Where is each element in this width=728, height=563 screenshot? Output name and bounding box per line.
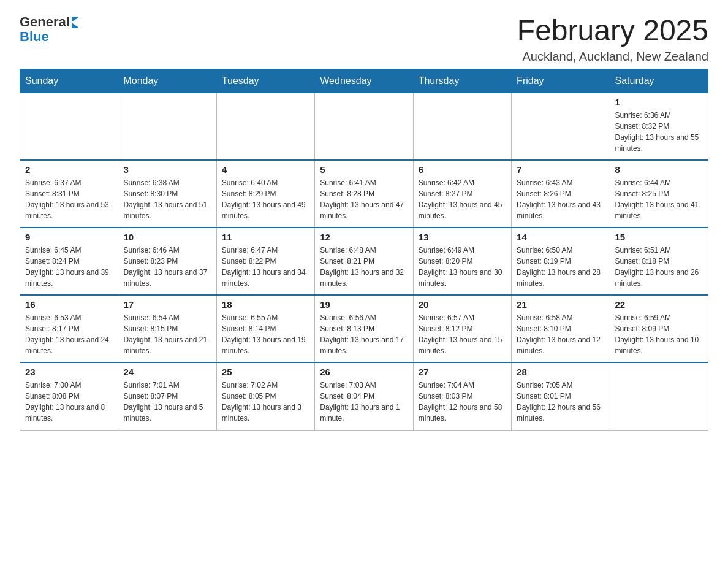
day-number: 12 bbox=[320, 232, 408, 242]
table-row: 4Sunrise: 6:40 AM Sunset: 8:29 PM Daylig… bbox=[216, 160, 314, 228]
table-row: 21Sunrise: 6:58 AM Sunset: 8:10 PM Dayli… bbox=[512, 295, 610, 362]
table-row: 11Sunrise: 6:47 AM Sunset: 8:22 PM Dayli… bbox=[216, 228, 314, 295]
calendar-header-row: Sunday Monday Tuesday Wednesday Thursday… bbox=[20, 69, 708, 93]
table-row: 28Sunrise: 7:05 AM Sunset: 8:01 PM Dayli… bbox=[512, 362, 610, 430]
day-info: Sunrise: 6:36 AM Sunset: 8:32 PM Dayligh… bbox=[615, 110, 703, 154]
day-info: Sunrise: 6:42 AM Sunset: 8:27 PM Dayligh… bbox=[419, 177, 506, 221]
table-row: 9Sunrise: 6:45 AM Sunset: 8:24 PM Daylig… bbox=[20, 228, 118, 295]
calendar-week-4: 16Sunrise: 6:53 AM Sunset: 8:17 PM Dayli… bbox=[20, 295, 708, 362]
calendar-week-2: 2Sunrise: 6:37 AM Sunset: 8:31 PM Daylig… bbox=[20, 160, 708, 228]
day-number: 28 bbox=[517, 367, 604, 377]
col-sunday: Sunday bbox=[20, 69, 118, 93]
day-number: 16 bbox=[25, 299, 113, 310]
col-friday: Friday bbox=[512, 69, 610, 93]
table-row bbox=[315, 93, 413, 160]
table-row bbox=[20, 93, 118, 160]
day-info: Sunrise: 7:05 AM Sunset: 8:01 PM Dayligh… bbox=[517, 380, 604, 424]
day-info: Sunrise: 6:57 AM Sunset: 8:12 PM Dayligh… bbox=[419, 312, 506, 356]
month-title: February 2025 bbox=[517, 15, 708, 47]
day-number: 26 bbox=[320, 367, 408, 377]
day-number: 4 bbox=[222, 164, 309, 175]
day-number: 7 bbox=[517, 164, 604, 175]
day-number: 21 bbox=[517, 299, 604, 310]
day-info: Sunrise: 6:45 AM Sunset: 8:24 PM Dayligh… bbox=[25, 245, 113, 289]
day-number: 15 bbox=[615, 232, 703, 242]
logo-text-blue: Blue bbox=[20, 29, 49, 44]
table-row: 7Sunrise: 6:43 AM Sunset: 8:26 PM Daylig… bbox=[512, 160, 610, 228]
day-info: Sunrise: 7:04 AM Sunset: 8:03 PM Dayligh… bbox=[419, 380, 506, 424]
title-block: February 2025 Auckland, Auckland, New Ze… bbox=[517, 15, 708, 64]
table-row: 14Sunrise: 6:50 AM Sunset: 8:19 PM Dayli… bbox=[512, 228, 610, 295]
table-row bbox=[610, 362, 708, 430]
col-tuesday: Tuesday bbox=[216, 69, 314, 93]
day-info: Sunrise: 6:46 AM Sunset: 8:23 PM Dayligh… bbox=[123, 245, 211, 289]
table-row: 18Sunrise: 6:55 AM Sunset: 8:14 PM Dayli… bbox=[216, 295, 314, 362]
table-row bbox=[216, 93, 314, 160]
table-row: 10Sunrise: 6:46 AM Sunset: 8:23 PM Dayli… bbox=[118, 228, 216, 295]
day-info: Sunrise: 6:51 AM Sunset: 8:18 PM Dayligh… bbox=[615, 245, 703, 289]
day-number: 25 bbox=[222, 367, 309, 377]
table-row: 16Sunrise: 6:53 AM Sunset: 8:17 PM Dayli… bbox=[20, 295, 118, 362]
day-number: 3 bbox=[123, 164, 211, 175]
day-number: 18 bbox=[222, 299, 309, 310]
day-info: Sunrise: 6:48 AM Sunset: 8:21 PM Dayligh… bbox=[320, 245, 408, 289]
logo-icon: General Blue bbox=[20, 15, 80, 44]
day-number: 14 bbox=[517, 232, 604, 242]
calendar-table: Sunday Monday Tuesday Wednesday Thursday… bbox=[20, 69, 708, 431]
day-info: Sunrise: 6:56 AM Sunset: 8:13 PM Dayligh… bbox=[320, 312, 408, 356]
calendar-week-5: 23Sunrise: 7:00 AM Sunset: 8:08 PM Dayli… bbox=[20, 362, 708, 430]
table-row bbox=[413, 93, 511, 160]
day-info: Sunrise: 6:58 AM Sunset: 8:10 PM Dayligh… bbox=[517, 312, 604, 356]
table-row: 1Sunrise: 6:36 AM Sunset: 8:32 PM Daylig… bbox=[610, 93, 708, 160]
day-number: 10 bbox=[123, 232, 211, 242]
logo: General Blue bbox=[20, 15, 80, 44]
day-number: 8 bbox=[615, 164, 703, 175]
col-monday: Monday bbox=[118, 69, 216, 93]
day-info: Sunrise: 6:53 AM Sunset: 8:17 PM Dayligh… bbox=[25, 312, 113, 356]
table-row bbox=[512, 93, 610, 160]
logo-text-general: General bbox=[20, 15, 70, 29]
table-row: 19Sunrise: 6:56 AM Sunset: 8:13 PM Dayli… bbox=[315, 295, 413, 362]
day-info: Sunrise: 7:02 AM Sunset: 8:05 PM Dayligh… bbox=[222, 380, 309, 424]
table-row: 26Sunrise: 7:03 AM Sunset: 8:04 PM Dayli… bbox=[315, 362, 413, 430]
day-number: 6 bbox=[419, 164, 506, 175]
day-info: Sunrise: 6:38 AM Sunset: 8:30 PM Dayligh… bbox=[123, 177, 211, 221]
day-number: 1 bbox=[615, 97, 703, 107]
day-number: 2 bbox=[25, 164, 113, 175]
day-info: Sunrise: 6:49 AM Sunset: 8:20 PM Dayligh… bbox=[419, 245, 506, 289]
day-info: Sunrise: 6:43 AM Sunset: 8:26 PM Dayligh… bbox=[517, 177, 604, 221]
day-info: Sunrise: 7:03 AM Sunset: 8:04 PM Dayligh… bbox=[320, 380, 408, 424]
table-row: 13Sunrise: 6:49 AM Sunset: 8:20 PM Dayli… bbox=[413, 228, 511, 295]
day-number: 5 bbox=[320, 164, 408, 175]
day-number: 9 bbox=[25, 232, 113, 242]
day-number: 20 bbox=[419, 299, 506, 310]
table-row: 20Sunrise: 6:57 AM Sunset: 8:12 PM Dayli… bbox=[413, 295, 511, 362]
calendar-week-3: 9Sunrise: 6:45 AM Sunset: 8:24 PM Daylig… bbox=[20, 228, 708, 295]
table-row: 22Sunrise: 6:59 AM Sunset: 8:09 PM Dayli… bbox=[610, 295, 708, 362]
col-wednesday: Wednesday bbox=[315, 69, 413, 93]
location: Auckland, Auckland, New Zealand bbox=[517, 50, 708, 64]
page-header: General Blue February 2025 Auckland, Auc… bbox=[20, 15, 708, 64]
day-number: 19 bbox=[320, 299, 408, 310]
table-row bbox=[118, 93, 216, 160]
table-row: 25Sunrise: 7:02 AM Sunset: 8:05 PM Dayli… bbox=[216, 362, 314, 430]
day-number: 22 bbox=[615, 299, 703, 310]
day-number: 23 bbox=[25, 367, 113, 377]
day-info: Sunrise: 6:55 AM Sunset: 8:14 PM Dayligh… bbox=[222, 312, 309, 356]
day-info: Sunrise: 6:37 AM Sunset: 8:31 PM Dayligh… bbox=[25, 177, 113, 221]
day-info: Sunrise: 6:40 AM Sunset: 8:29 PM Dayligh… bbox=[222, 177, 309, 221]
day-number: 24 bbox=[123, 367, 211, 377]
table-row: 12Sunrise: 6:48 AM Sunset: 8:21 PM Dayli… bbox=[315, 228, 413, 295]
day-info: Sunrise: 6:54 AM Sunset: 8:15 PM Dayligh… bbox=[123, 312, 211, 356]
day-info: Sunrise: 6:50 AM Sunset: 8:19 PM Dayligh… bbox=[517, 245, 604, 289]
day-info: Sunrise: 6:47 AM Sunset: 8:22 PM Dayligh… bbox=[222, 245, 309, 289]
day-number: 11 bbox=[222, 232, 309, 242]
col-thursday: Thursday bbox=[413, 69, 511, 93]
day-number: 13 bbox=[419, 232, 506, 242]
calendar-week-1: 1Sunrise: 6:36 AM Sunset: 8:32 PM Daylig… bbox=[20, 93, 708, 160]
table-row: 6Sunrise: 6:42 AM Sunset: 8:27 PM Daylig… bbox=[413, 160, 511, 228]
day-info: Sunrise: 6:59 AM Sunset: 8:09 PM Dayligh… bbox=[615, 312, 703, 356]
table-row: 15Sunrise: 6:51 AM Sunset: 8:18 PM Dayli… bbox=[610, 228, 708, 295]
day-number: 27 bbox=[419, 367, 506, 377]
col-saturday: Saturday bbox=[610, 69, 708, 93]
